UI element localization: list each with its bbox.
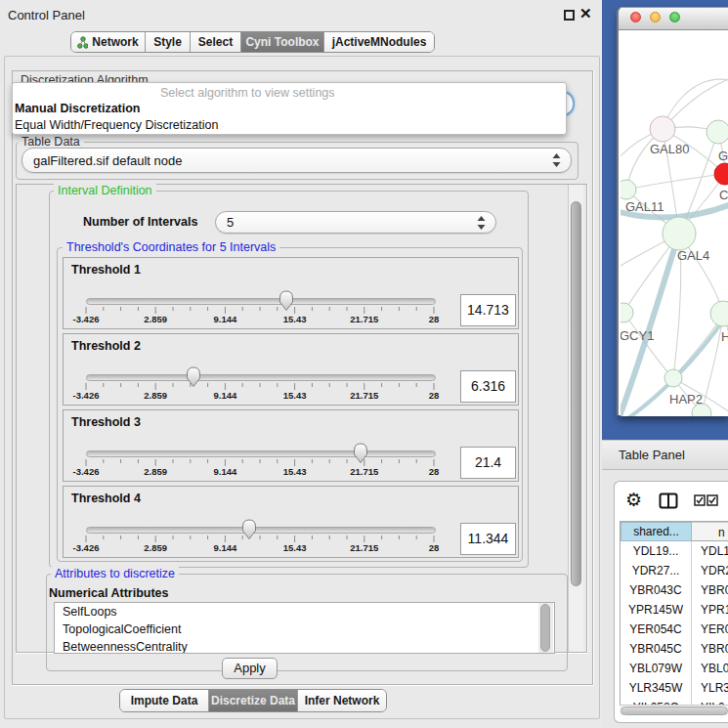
tick-label: -3.426 — [64, 542, 107, 553]
tick-label: 15.43 — [274, 466, 317, 477]
node-label: C — [719, 188, 728, 202]
bottom-tab-infer-network[interactable]: Infer Network — [297, 690, 386, 711]
minimize-traffic-light-icon[interactable] — [650, 12, 661, 22]
network-node[interactable] — [621, 303, 633, 322]
threshold-value-field[interactable]: 14.713 — [460, 294, 516, 326]
column-header-shared-name[interactable]: shared... — [621, 522, 692, 541]
threshold-label: Threshold 1 — [71, 263, 141, 277]
table-row[interactable]: YER054CYER0 — [621, 620, 728, 639]
threshold-slider-thumb[interactable] — [353, 443, 368, 464]
window-title: Control Panel — [8, 8, 85, 22]
dropdown-option-manual[interactable]: Manual Discretization — [15, 102, 141, 115]
network-node[interactable] — [663, 217, 696, 250]
thresholds-group-title: Threshold's Coordinates for 5 Intervals — [63, 240, 279, 254]
right-region: GAL80GCGAL11GAL4GCY1HHAP2 Table Panel ⚙ … — [602, 0, 728, 728]
combo-arrows-icon — [552, 153, 561, 167]
tick-label: 9.144 — [203, 542, 246, 553]
network-window: GAL80GCGAL11GAL4GCY1HHAP2 — [617, 7, 728, 415]
attribute-item[interactable]: SelfLoops — [55, 603, 554, 621]
cell-shared-name: YBL079W — [621, 659, 692, 678]
vertical-scrollbar-thumb[interactable] — [571, 201, 581, 586]
tab-jactivemnodules[interactable]: jActiveMNodules — [323, 32, 434, 52]
tick-label: 9.144 — [203, 314, 246, 324]
table-panel-header: Table Panel — [602, 440, 728, 470]
cell-name: YBL0 — [692, 659, 728, 678]
table-row[interactable]: YBR043CYBR0 — [621, 580, 728, 600]
threshold-panel-4: Threshold 4-3.4262.8599.14415.4321.71528… — [63, 486, 519, 558]
threshold-value-field[interactable]: 6.316 — [460, 370, 516, 403]
column-header-name[interactable]: n — [692, 522, 728, 541]
close-window-icon[interactable]: ✕ — [579, 5, 592, 22]
node-label: G — [718, 149, 728, 163]
tick-label: 9.144 — [203, 466, 246, 477]
table-hscrollbar-thumb[interactable] — [621, 707, 728, 715]
node-label: GAL11 — [625, 199, 664, 214]
threshold-slider-thumb[interactable] — [241, 519, 257, 540]
interval-definition-title: Interval Definition — [54, 184, 156, 197]
tab-label: Style — [153, 35, 182, 49]
tab-label: Network — [92, 35, 138, 49]
num-intervals-spinner[interactable]: 5 — [215, 211, 496, 234]
tab-cyni-toolbox[interactable]: Cyni Toolbox — [240, 32, 323, 52]
tick-label: 28 — [412, 390, 455, 401]
attribute-item[interactable]: TopologicalCoefficient — [55, 621, 554, 638]
network-node[interactable] — [710, 301, 728, 326]
node-label: H — [721, 329, 728, 344]
network-node[interactable] — [707, 120, 728, 144]
attributes-group-title: Attributes to discretize — [51, 567, 179, 580]
network-window-titlebar[interactable] — [619, 8, 728, 30]
table-row[interactable]: YPR145WYPR1 — [621, 600, 728, 620]
float-window-icon[interactable] — [564, 10, 575, 21]
table-row[interactable]: YLR345WYLR3 — [621, 678, 728, 698]
tick-label: 21.715 — [343, 466, 386, 477]
bottom-tab-discretize-data[interactable]: Discretize Data — [208, 690, 297, 711]
node-table[interactable]: shared...nYDL19...YDL1YDR27...YDR2YBR043… — [620, 521, 728, 715]
bottom-tab-impute-data[interactable]: Impute Data — [120, 690, 208, 711]
table-row[interactable]: YBL079WYBL0 — [621, 659, 728, 678]
column-layout-icon[interactable] — [659, 492, 678, 509]
network-view-background: GAL80GCGAL11GAL4GCY1HHAP2 — [602, 0, 728, 440]
threshold-slider-track[interactable] — [86, 298, 436, 305]
dropdown-option-equal-width[interactable]: Equal Width/Frequency Discretization — [15, 118, 218, 132]
close-traffic-light-icon[interactable] — [630, 12, 641, 22]
tab-network[interactable]: Network — [71, 32, 145, 52]
numerical-attributes-list[interactable]: SelfLoopsTopologicalCoefficientBetweenne… — [54, 602, 555, 654]
table-row[interactable]: YBR045CYBR0 — [621, 639, 728, 659]
threshold-slider-track[interactable] — [86, 374, 436, 381]
threshold-value-field[interactable]: 11.344 — [460, 523, 516, 555]
apply-button[interactable]: Apply — [222, 658, 278, 679]
select-columns-checkboxes-icon[interactable] — [694, 494, 719, 506]
network-canvas[interactable]: GAL80GCGAL11GAL4GCY1HHAP2 — [621, 31, 728, 416]
cell-name: YBR0 — [692, 580, 728, 600]
tab-style[interactable]: Style — [145, 32, 190, 52]
table-row[interactable]: YDL19...YDL1 — [621, 541, 728, 561]
network-node[interactable] — [650, 116, 675, 142]
tab-select[interactable]: Select — [190, 32, 240, 52]
threshold-panel-2: Threshold 2-3.4262.8599.14415.4321.71528… — [63, 333, 519, 406]
network-node[interactable] — [664, 369, 682, 387]
node-label: GCY1 — [621, 328, 654, 343]
attribute-item[interactable]: BetweennessCentrality — [55, 638, 554, 654]
screen: Control Panel ✕ NetworkStyleSelectCyni T… — [0, 0, 728, 728]
attributes-list-scrollbar-thumb[interactable] — [540, 604, 550, 652]
zoom-traffic-light-icon[interactable] — [669, 12, 680, 22]
tick-label: 21.715 — [343, 542, 386, 553]
node-label: GAL80 — [650, 142, 689, 156]
dropdown-hint: Select algorithm to view settings — [160, 86, 335, 100]
network-node[interactable] — [621, 180, 636, 199]
threshold-slider-track[interactable] — [86, 527, 436, 534]
table-horizontal-scrollbar[interactable] — [620, 705, 728, 715]
tick-label: 28 — [412, 542, 455, 553]
threshold-slider-thumb[interactable] — [186, 366, 201, 388]
threshold-slider-track[interactable] — [86, 450, 436, 457]
table-row[interactable]: YDR27...YDR2 — [621, 561, 728, 580]
tab-label: jActiveMNodules — [332, 35, 427, 49]
numerical-attributes-label: Numerical Attributes — [49, 586, 168, 600]
threshold-value-field[interactable]: 21.4 — [460, 447, 516, 479]
gear-icon[interactable]: ⚙ — [625, 491, 642, 509]
tick-label: 2.859 — [134, 542, 177, 553]
threshold-slider-thumb[interactable] — [278, 290, 294, 312]
cell-shared-name: YPR145W — [621, 600, 692, 620]
tab-label: Select — [198, 35, 233, 49]
table-data-combobox[interactable]: galFiltered.sif default node — [21, 148, 572, 173]
